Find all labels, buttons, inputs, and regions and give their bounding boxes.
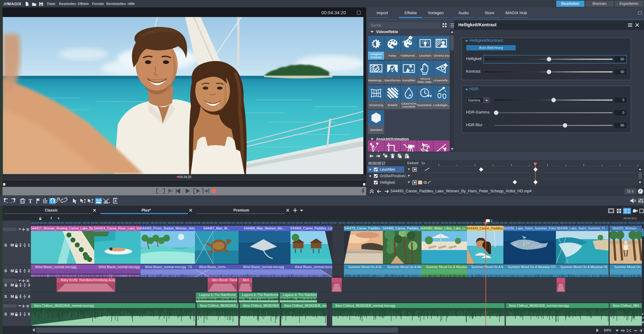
svg-text:1: 1 (491, 219, 492, 223)
svg-text:T: T (28, 198, 32, 204)
